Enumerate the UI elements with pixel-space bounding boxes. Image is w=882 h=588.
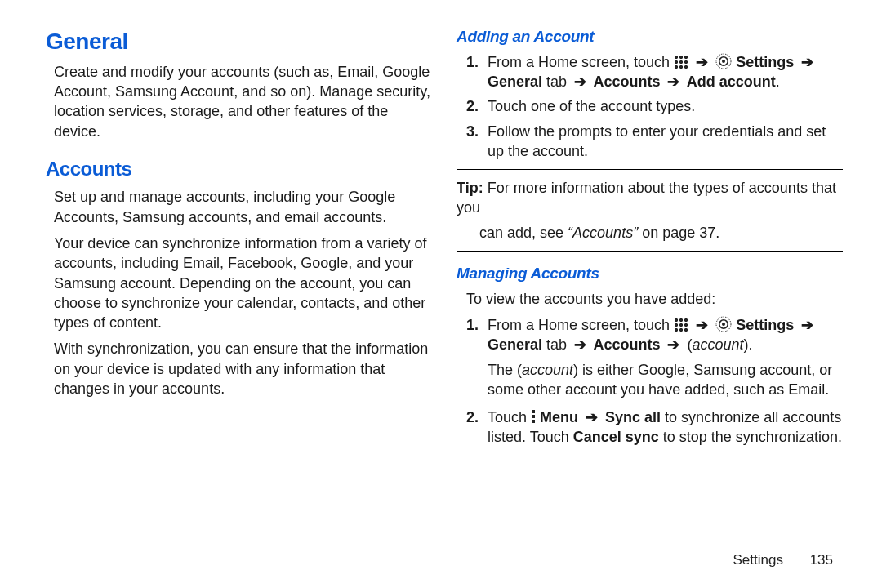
apps-grid-icon — [674, 318, 688, 332]
tip-ref: “Accounts” — [568, 225, 638, 241]
svg-point-2 — [722, 60, 725, 63]
close-paren: ). — [743, 336, 752, 353]
heading-accounts: Accounts — [46, 156, 432, 182]
adding-steps: 1. From a Home screen, touch ➔ Settings … — [466, 52, 843, 161]
add-step-3: 3. Follow the prompts to enter your cred… — [488, 122, 843, 162]
settings-label: Settings — [736, 54, 798, 70]
add-s2-text: Touch one of the account types. — [488, 98, 695, 114]
arrow-icon: ➔ — [667, 336, 679, 353]
apps-grid-icon — [674, 55, 688, 69]
tab-word: tab — [542, 336, 571, 353]
sync-all-label: Sync all — [601, 409, 661, 425]
menu-label: Menu — [540, 409, 582, 425]
man-s1-pre: From a Home screen, touch — [488, 317, 674, 333]
cancel-sync-label: Cancel sync — [573, 429, 659, 445]
arrow-icon: ➔ — [696, 54, 708, 70]
divider — [457, 251, 843, 252]
svg-point-5 — [722, 323, 725, 326]
add-s3-text: Follow the prompts to enter your credent… — [488, 123, 826, 159]
man-s1-explain: The (account) is either Google, Samsung … — [488, 360, 843, 400]
accounts-p1: Set up and manage accounts, including yo… — [46, 187, 432, 227]
add-step-1: 1. From a Home screen, touch ➔ Settings … — [488, 52, 843, 92]
managing-steps: 1. From a Home screen, touch ➔ Settings … — [466, 315, 843, 448]
divider — [457, 169, 843, 170]
footer-page-number: 135 — [810, 552, 833, 568]
general-paragraph: Create and modify your accounts (such as… — [46, 62, 432, 141]
arrow-icon: ➔ — [801, 54, 813, 70]
tip-text-1: For more information about the types of … — [457, 180, 836, 216]
man-s2-touch: Touch — [488, 409, 531, 425]
account-italic: account — [692, 336, 743, 353]
tip-block: Tip: For more information about the type… — [457, 178, 843, 218]
manual-page: General Create and modify your accounts … — [0, 0, 882, 454]
step-number: 1. — [466, 52, 479, 72]
heading-managing-accounts: Managing Accounts — [457, 263, 843, 284]
arrow-icon: ➔ — [667, 74, 679, 90]
general-tab-label: General — [488, 336, 542, 353]
left-column: General Create and modify your accounts … — [46, 26, 432, 454]
open-paren: ( — [683, 336, 692, 353]
step-number: 1. — [466, 315, 479, 335]
tip-label: Tip: — [457, 180, 483, 196]
heading-general: General — [46, 26, 432, 57]
arrow-icon: ➔ — [586, 409, 598, 425]
arrow-icon: ➔ — [801, 317, 813, 333]
add-step-2: 2. Touch one of the account types. — [488, 96, 843, 116]
footer-section: Settings — [733, 552, 782, 568]
right-column: Adding an Account 1. From a Home screen,… — [457, 26, 843, 454]
man-s2-end: to stop the synchronization. — [659, 429, 842, 445]
general-tab-label: General — [488, 74, 542, 90]
arrow-icon: ➔ — [696, 317, 708, 333]
expl-a: The ( — [488, 362, 522, 378]
tip-line2: can add, see “Accounts” on page 37. — [457, 223, 843, 243]
add-s1-pre: From a Home screen, touch — [488, 54, 674, 70]
add-account-label: Add account — [683, 74, 775, 90]
accounts-p2: Your device can synchronize information … — [46, 234, 432, 332]
page-footer: Settings 135 — [733, 551, 833, 570]
settings-gear-icon — [715, 53, 732, 69]
tip-text-2: can add, see — [479, 225, 568, 241]
menu-dots-icon — [531, 409, 536, 424]
managing-intro: To view the accounts you have added: — [466, 289, 843, 309]
heading-adding-account: Adding an Account — [457, 26, 843, 47]
accounts-p3: With synchronization, you can ensure tha… — [46, 339, 432, 399]
tip-page: on page 37. — [638, 225, 719, 241]
man-step-1: 1. From a Home screen, touch ➔ Settings … — [488, 315, 843, 399]
accounts-label: Accounts — [590, 74, 664, 90]
tab-word: tab — [542, 74, 571, 90]
step-number: 3. — [466, 122, 479, 141]
arrow-icon: ➔ — [574, 336, 586, 353]
settings-gear-icon — [715, 316, 732, 332]
accounts-label: Accounts — [590, 336, 664, 353]
step-number: 2. — [466, 96, 479, 116]
expl-it: account — [522, 362, 573, 378]
arrow-icon: ➔ — [574, 74, 586, 90]
step-number: 2. — [466, 408, 479, 427]
man-step-2: 2. Touch Menu ➔ Sync all to synchronize … — [488, 408, 843, 448]
settings-label: Settings — [736, 317, 798, 333]
